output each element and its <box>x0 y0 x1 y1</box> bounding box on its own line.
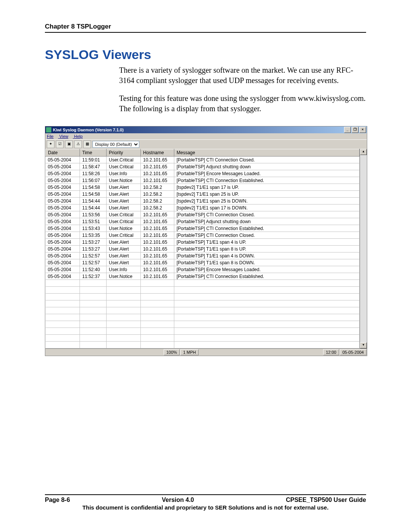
display-select[interactable]: Display 00 (Default) <box>92 141 139 148</box>
cell-priority: User.Info <box>107 266 141 273</box>
table-row[interactable]: 05-05-200411:54:44User.Alert10.2.58.2[ts… <box>46 198 360 204</box>
table-header-row: Date Time Priority Hostname Message <box>46 149 360 157</box>
footer-version: Version 4.0 <box>162 497 194 503</box>
footer-confidential: This document is confidential and propri… <box>45 504 366 511</box>
table-row-empty <box>46 342 360 348</box>
cell-priority: User.Alert <box>107 252 141 259</box>
cell-msg: [tspdev2] T1/E1 span 17 is UP. <box>174 184 360 191</box>
table-row[interactable]: 05-05-200411:52:40User.Info10.2.101.65[P… <box>46 266 360 273</box>
cell-date: 05-05-2004 <box>46 259 80 266</box>
table-row-empty <box>46 314 360 321</box>
statusbar: 100% 1 MPH 12:00 05-05-2004 <box>45 348 367 356</box>
cell-priority: User.Alert <box>107 239 141 246</box>
table-row-empty <box>46 287 360 294</box>
scroll-up-icon[interactable]: ▲ <box>360 149 367 155</box>
cell-date: 05-05-2004 <box>46 163 80 170</box>
cell-host: 10.2.101.65 <box>141 211 174 218</box>
cell-msg: [PortableTSP] CTI Connection Closed. <box>174 232 360 239</box>
footer-guide: CPSEE_TSP500 User Guide <box>286 497 366 503</box>
status-date: 05-05-2004 <box>340 349 366 355</box>
cell-date: 05-05-2004 <box>46 198 80 204</box>
table-row[interactable]: 05-05-200411:53:51User.Critical10.2.101.… <box>46 218 360 225</box>
table-row[interactable]: 05-05-200411:52:57User.Alert10.2.101.65[… <box>46 252 360 259</box>
cell-msg: [PortableTSP] CTI Connection Established… <box>174 225 360 232</box>
cell-time: 11:53:27 <box>80 246 107 252</box>
cell-msg: [PortableTSP] CTI Connection Closed. <box>174 211 360 218</box>
cell-host: 10.2.101.65 <box>141 225 174 232</box>
col-time[interactable]: Time <box>80 149 107 157</box>
cell-date: 05-05-2004 <box>46 211 80 218</box>
cell-date: 05-05-2004 <box>46 191 80 198</box>
toolbar-button-2[interactable]: ☑ <box>56 141 64 148</box>
table-row[interactable]: 05-05-200411:58:47User.Critical10.2.101.… <box>46 163 360 170</box>
col-hostname[interactable]: Hostname <box>141 149 174 157</box>
table-row[interactable]: 05-05-200411:53:27User.Alert10.2.101.65[… <box>46 246 360 252</box>
cell-host: 10.2.101.65 <box>141 163 174 170</box>
maximize-button[interactable]: ❐ <box>352 127 358 133</box>
table-row[interactable]: 05-05-200411:53:35User.Critical10.2.101.… <box>46 232 360 239</box>
vertical-scrollbar[interactable]: ▲ ▼ <box>360 149 367 348</box>
cell-msg: [PortableTSP] T1/E1 span 4 is DOWN. <box>174 252 360 259</box>
table-row[interactable]: 05-05-200411:58:26User.Info10.2.101.65[P… <box>46 170 360 177</box>
menu-help[interactable]: Help <box>74 134 83 139</box>
app-icon <box>46 127 51 133</box>
cell-date: 05-05-2004 <box>46 246 80 252</box>
section-title: SYSLOG Viewers <box>45 47 366 62</box>
table-row[interactable]: 05-05-200411:53:27User.Alert10.2.101.65[… <box>46 239 360 246</box>
cell-date: 05-05-2004 <box>46 266 80 273</box>
minimize-button[interactable]: _ <box>344 127 351 133</box>
scroll-down-icon[interactable]: ▼ <box>360 342 367 348</box>
table-row[interactable]: 05-05-200411:52:57User.Alert10.2.101.65[… <box>46 259 360 266</box>
table-row-empty <box>46 280 360 287</box>
cell-priority: User.Notice <box>107 225 141 232</box>
table-row-empty <box>46 328 360 335</box>
cell-time: 11:53:56 <box>80 211 107 218</box>
chapter-header: Chapter 8 TSPLogger <box>45 23 366 33</box>
cell-time: 11:56:07 <box>80 177 107 184</box>
toolbar-button-5[interactable]: ▦ <box>83 141 91 148</box>
cell-date: 05-05-2004 <box>46 273 80 280</box>
table-row[interactable]: 05-05-200411:54:58User.Alert10.2.58.2[ts… <box>46 184 360 191</box>
toolbar-button-3[interactable]: ▣ <box>65 141 73 148</box>
cell-msg: [tspdev2] T1/E1 span 17 is DOWN. <box>174 204 360 211</box>
table-row[interactable]: 05-05-200411:53:43User.Notice10.2.101.65… <box>46 225 360 232</box>
cell-host: 10.2.101.65 <box>141 157 174 163</box>
table-row[interactable]: 05-05-200411:52:37User.Notice10.2.101.65… <box>46 273 360 280</box>
col-date[interactable]: Date <box>46 149 80 157</box>
cell-msg: [PortableTSP] Encore Messages Loaded. <box>174 170 360 177</box>
cell-time: 11:53:43 <box>80 225 107 232</box>
table-row-empty <box>46 294 360 300</box>
cell-host: 10.2.101.65 <box>141 246 174 252</box>
toolbar-button-1[interactable]: ✦ <box>47 141 54 148</box>
table-row[interactable]: 05-05-200411:56:07User.Notice10.2.101.65… <box>46 177 360 184</box>
cell-msg: [PortableTSP] T1/E1 span 8 is DOWN. <box>174 259 360 266</box>
cell-time: 11:54:44 <box>80 204 107 211</box>
cell-host: 10.2.101.65 <box>141 266 174 273</box>
table-row-empty <box>46 335 360 342</box>
cell-priority: User.Alert <box>107 191 141 198</box>
cell-priority: User.Notice <box>107 177 141 184</box>
table-row-empty <box>46 321 360 328</box>
cell-priority: User.Alert <box>107 259 141 266</box>
menu-file[interactable]: File <box>47 134 54 139</box>
cell-date: 05-05-2004 <box>46 184 80 191</box>
cell-host: 10.2.101.65 <box>141 170 174 177</box>
page-footer: Page 8-6 Version 4.0 CPSEE_TSP500 User G… <box>45 494 366 511</box>
col-message[interactable]: Message <box>174 149 360 157</box>
cell-host: 10.2.101.65 <box>141 218 174 225</box>
menu-view[interactable]: View <box>59 134 68 139</box>
cell-priority: User.Info <box>107 170 141 177</box>
table-row[interactable]: 05-05-200411:59:01User.Critical10.2.101.… <box>46 157 360 163</box>
table-row[interactable]: 05-05-200411:54:44User.Alert10.2.58.2[ts… <box>46 204 360 211</box>
cell-date: 05-05-2004 <box>46 157 80 163</box>
table-row[interactable]: 05-05-200411:54:58User.Alert10.2.58.2[ts… <box>46 191 360 198</box>
table-row[interactable]: 05-05-200411:53:56User.Critical10.2.101.… <box>46 211 360 218</box>
cell-msg: [PortableTSP] Adjunct shutting down <box>174 218 360 225</box>
close-button[interactable]: × <box>359 127 366 133</box>
cell-date: 05-05-2004 <box>46 177 80 184</box>
cell-date: 05-05-2004 <box>46 232 80 239</box>
titlebar: Kiwi Syslog Daemon (Version 7.1.0) _ ❐ × <box>45 126 367 133</box>
col-priority[interactable]: Priority <box>107 149 141 157</box>
paragraph-2: Testing for this feature was done using … <box>119 93 366 114</box>
toolbar-button-4[interactable]: ⚠ <box>74 141 82 148</box>
